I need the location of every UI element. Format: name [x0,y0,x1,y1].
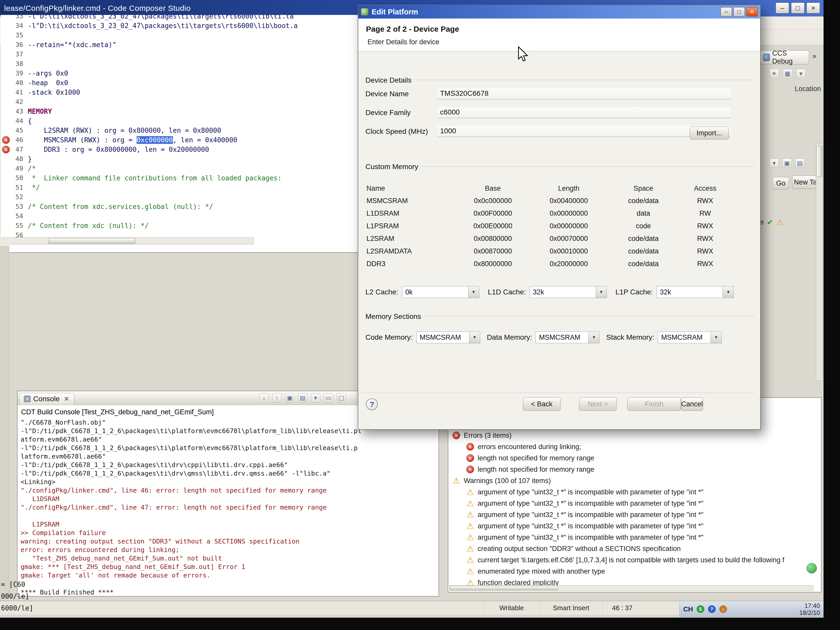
dialog-button[interactable]: Cancel [681,397,703,411]
minimize-icon[interactable]: ▭ [324,393,333,403]
memory-table-row[interactable]: L2SRAM 0x00800000 0x00070000 code/data R… [365,232,731,245]
close-icon[interactable]: ✕ [746,7,758,16]
console-line: >> Compilation failure [21,529,436,538]
problem-text: Warnings (100 of 107 items) [464,477,551,485]
cell-name: L1PSRAM [365,222,456,230]
problem-row[interactable]: argument of type "uint32_t *" is incompa… [448,498,821,509]
rail-icon[interactable]: ▾ [769,158,779,168]
rail-icon[interactable]: ▾ [796,69,805,78]
perspective-overflow-chevron[interactable]: » [812,52,816,60]
dialog-title: Edit Platform [372,8,717,16]
problem-row[interactable]: Errors (3 items) [448,430,821,441]
device-field-input[interactable]: 1000 [437,126,731,137]
perspective-label: CCS Debug [772,49,806,65]
scrollbar-thumb[interactable] [816,146,822,177]
scroll-down-icon[interactable]: ↓ [259,393,269,403]
device-field-input[interactable]: c6000 [437,107,731,118]
problem-row[interactable]: enumerated type mixed with another type [448,566,821,577]
minimize-icon[interactable]: – [721,7,732,16]
problem-row[interactable]: argument of type "uint32_t *" is incompa… [448,509,821,520]
cache-select[interactable]: 0k ▼ [402,286,479,298]
selected-text: 0xc000000 [137,136,173,144]
problem-row[interactable]: creating output section "DDR3" without a… [448,543,821,554]
custom-memory-table[interactable]: Name Base Length Space Access MSMCSRAM 0… [365,182,731,270]
memory-table-row[interactable]: L1PSRAM 0x00E00000 0x00000000 code RWX [365,220,731,232]
problem-icon [466,454,474,462]
problem-row[interactable]: length not specified for memory range [448,452,821,464]
rail-icon[interactable]: ▣ [782,158,792,168]
wizard-page-title: Page 2 of 2 - Device Page [366,25,753,33]
col-access: Access [679,185,731,193]
dialog-titlebar[interactable]: Edit Platform – □ ✕ [358,5,760,19]
chevron-down-icon[interactable]: ▼ [468,286,479,298]
tab-console-label: Console [33,395,60,403]
tray-icon-green[interactable]: S [697,605,704,613]
scroll-up-icon[interactable]: ↑ [272,393,281,403]
ime-indicator[interactable]: CH [683,605,693,613]
cache-select[interactable]: 32k ▼ [657,286,734,298]
memory-table-row[interactable]: MSMCSRAM 0x0c000000 0x00400000 code/data… [365,194,731,207]
memory-table-row[interactable]: L1DSRAM 0x00F00000 0x00000000 data RW [365,207,731,220]
display-console-icon[interactable]: ▾ [311,393,320,403]
memory-table-row[interactable]: DDR3 0x80000000 0x20000000 code/data RWX [365,257,731,270]
problems-hscrollbar[interactable] [449,585,813,591]
chevron-down-icon[interactable]: ▼ [711,332,722,343]
error-icon[interactable]: × [2,136,10,144]
rail-toolbar-2: ▾ ▣ ▤ [769,158,804,168]
tray-icon-volume[interactable]: ♪ [719,605,727,613]
memory-table-row[interactable]: L2SRAMDATA 0x00870000 0x00010000 code/da… [365,245,731,257]
maximize-icon[interactable]: □ [733,7,745,16]
scrollbar-thumb[interactable] [450,586,558,590]
chevron-down-icon[interactable]: ▼ [596,286,606,298]
import-button[interactable]: Import... [690,126,729,139]
tab-console[interactable]: Console ✕ [19,393,74,405]
maximize-icon[interactable]: ▢ [336,393,346,403]
problem-text: length not specified for memory range [478,466,594,474]
device-field-input[interactable]: TMS320C6678 [437,88,731,99]
problem-row[interactable]: argument of type "uint32_t *" is incompa… [448,486,821,498]
go-button[interactable]: Go [772,177,789,189]
chevron-down-icon[interactable]: ▼ [723,286,733,298]
platform-icon [361,8,368,16]
close-icon[interactable]: ✕ [64,395,69,403]
line-number: 36 [10,41,28,48]
wizard-page-subtitle: Enter Details for device [366,38,753,46]
line-number: 37 [10,51,28,58]
problem-row[interactable]: argument of type "uint32_t *" is incompa… [448,532,821,543]
code-text: MEMORY [28,107,52,115]
perspective-ccs-debug[interactable]: CCS Debug [760,51,809,64]
rail-icon[interactable]: ▤ [795,158,804,168]
editor-hscrollbar[interactable] [2,237,254,245]
problem-row[interactable]: Warnings (100 of 107 items) [448,475,821,486]
maximize-icon[interactable]: □ [791,3,804,13]
memory-label: Data Memory: [487,333,532,341]
problem-icon [452,431,460,439]
close-icon[interactable]: × [807,3,820,13]
tray-icon-help[interactable]: ? [708,605,716,613]
clock-date: 18/2/10 [799,609,820,616]
help-icon[interactable]: ? [366,398,378,410]
minimize-icon[interactable]: – [776,3,789,13]
console-output[interactable]: CDT Build Console [Test_ZHS_debug_nand_n… [17,405,439,598]
memory-select[interactable]: MSMCSRAM ▼ [417,332,480,343]
problem-row[interactable]: current target 'ti.targets.elf.C66' [1,0… [448,554,821,566]
rail-icon[interactable]: ▦ [783,69,792,78]
problem-row[interactable]: errors encountered during linking; [448,441,821,452]
memory-select[interactable]: MSMCSRAM ▼ [658,332,722,343]
scrollbar-thumb[interactable] [48,238,136,244]
chevron-down-icon[interactable]: ▼ [588,332,599,343]
console-lines: "./C6678_NorFlash.obj" -l"D:/ti/pdk_C667… [21,419,436,597]
cell-space: code [607,222,679,230]
cache-select[interactable]: 32k ▼ [530,286,607,298]
error-icon[interactable]: × [2,146,10,153]
clear-console-icon[interactable]: ▤ [298,393,307,403]
cache-value: 0k [402,286,468,298]
dialog-button[interactable]: < Back [523,397,561,411]
chevron-down-icon[interactable]: ▼ [469,332,480,343]
memory-select[interactable]: MSMCSRAM ▼ [535,332,599,343]
problem-row[interactable]: argument of type "uint32_t *" is incompa… [448,520,821,532]
rail-vscrollbar[interactable] [816,143,823,381]
problem-row[interactable]: length not specified for memory range [448,464,821,475]
pin-console-icon[interactable]: ▣ [285,393,294,403]
rail-icon[interactable]: ✶ [769,69,779,78]
